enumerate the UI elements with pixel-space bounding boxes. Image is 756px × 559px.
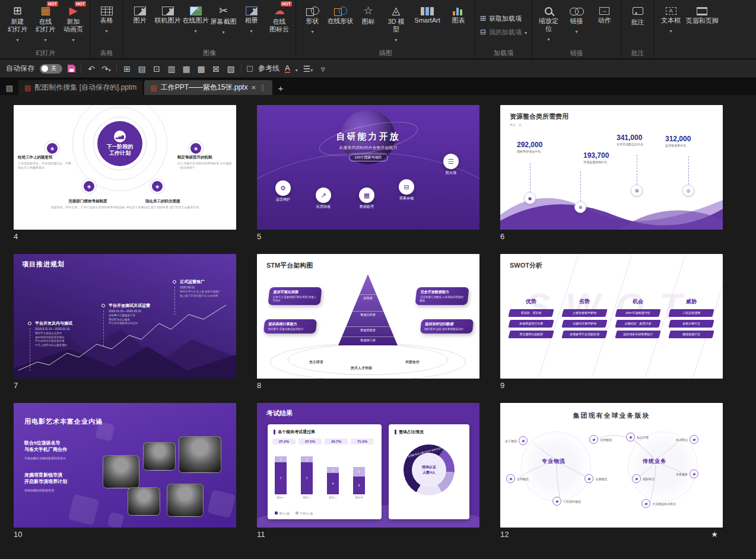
box-title: 提供高维计算能力 — [268, 322, 313, 327]
icon-cloud-button[interactable]: HOT ☁ 在线 图标云 — [265, 2, 293, 33]
grid-view-icon[interactable]: ▦ — [182, 64, 191, 74]
action-button[interactable]: → 动作 — [590, 2, 618, 24]
cost-item: 312,000 监控改造类外包 — [665, 135, 722, 147]
new-animation-page-button[interactable]: HOT ▶ 新加 动画页 — [59, 2, 87, 44]
reading-view-icon[interactable]: ▧ — [226, 64, 236, 74]
close-tab-icon[interactable] — [251, 83, 256, 92]
slide-4-thumbnail[interactable]: ▃▅▇ 下一阶段的 工作计划 ◈ ◈ ◈ ◈ 杜绝工作上的随意性 工作流程标准化… — [14, 105, 236, 230]
shapes-button[interactable]: 形状 — [298, 2, 326, 36]
node-icon: ◈ — [589, 435, 598, 444]
node-icon: ◈ — [552, 497, 561, 506]
my-addins-button[interactable]: ⊟ 我的加载项 — [480, 28, 527, 37]
dropdown-caret-icon[interactable] — [296, 63, 298, 74]
capability-node: ⊟ 容量存储 — [393, 179, 420, 201]
slide-10-thumbnail[interactable]: 用电影艺术丰富企业内涵 联合5位顶级名导 与各大手机厂商合作 手机拍摄企业微电影… — [14, 403, 236, 528]
ppt-file-icon: ▤ — [24, 84, 31, 92]
swot-item: 百姓力量不足 — [668, 320, 714, 328]
slide-number: 7 — [14, 381, 18, 390]
plan-item: 杜绝工作上的随意性 工作流程标准化，作业流程规范化，不断优化员工的服务意识 — [18, 155, 72, 170]
online-slides-button[interactable]: HOT ▦ 在线 幻灯片 — [31, 2, 59, 44]
more-tools-icon[interactable]: ▿ — [318, 64, 328, 74]
network-connectors — [500, 403, 723, 528]
chart-button[interactable]: 图表 — [444, 2, 472, 24]
slide-5-thumbnail[interactable]: 自研能力开放 从服务内部到对外全面开放能力 120个国家与地区 ⚙ 运营维护 ↗… — [257, 105, 479, 230]
tab-menu-icon[interactable] — [259, 84, 266, 92]
zoom-position-button[interactable]: 缩放定 位 — [535, 2, 563, 43]
comment-button[interactable]: 批注 — [624, 2, 652, 26]
pct-value: 26.7% — [325, 439, 348, 444]
slide-12-thumbnail[interactable]: 集团现有全球业务版块 专业物流 传统业务 ◈ 化工物流 ◈ 合同物流 ◈ 危运代… — [500, 403, 723, 528]
screenshot-button[interactable]: ✂ 屏幕截图 — [209, 2, 237, 36]
button-label: 获取加载项 — [489, 14, 522, 23]
document-tab-1[interactable]: ▤ 配图制作搜集 [自动保存的].pptm — [18, 80, 142, 95]
slide-7-thumbnail[interactable]: 项目推进规划 平台开发及内与测试 2019.9.11.01—2020.01.31… — [14, 254, 236, 379]
pyramid-layer: 数据分析层 — [338, 311, 398, 316]
cost-label: 安管及消防信息外包 — [617, 142, 673, 146]
get-addins-button[interactable]: ⊞ 获取加载项 — [480, 14, 522, 23]
milestone-line — [174, 287, 175, 315]
fit-slide-icon[interactable]: ⊞ — [122, 64, 132, 74]
slide-number: 6 — [500, 232, 504, 241]
album-button[interactable]: 相册 — [237, 2, 265, 35]
smartart-button[interactable]: SmartArt — [410, 2, 444, 24]
node-label: 多式联运 — [676, 438, 688, 442]
slide-11-thumbnail[interactable]: 考试结果 各个模块考试通过率 27.2% 27.5% 26.7% 71.0% 1… — [257, 403, 479, 528]
autosave-toggle[interactable]: 关 — [40, 64, 62, 74]
chart-mini-icon: ▃▅▇ — [114, 131, 126, 142]
feature-box: 提供高维计算能力 强大算力 高速大数据处理能力 — [263, 319, 317, 334]
swot-item: 北侧汽车噪声影响 — [561, 320, 607, 328]
slide-8-thumbnail[interactable]: STM平台架构图 应用层 数据分析层 数据资源层 数据接入层 提供可视化用插 让… — [257, 254, 479, 379]
textbox-button[interactable]: A 文本框 — [657, 2, 685, 35]
bar-column: 35 模块四 — [353, 450, 365, 499]
document-tab-2-active[interactable]: ▤ 工作PPT——紫色15张.pptx — [144, 80, 272, 95]
card-title: 整体占比情况 — [389, 424, 469, 435]
table-button[interactable]: 表格 — [93, 2, 120, 35]
3d-model-button[interactable]: ◬ 3D 模 型 — [382, 2, 410, 44]
group-label-comments: 批注 — [624, 49, 652, 59]
box-desc: 强大算力 高速大数据处理能力 — [268, 328, 312, 331]
picture-button[interactable]: 图片 — [126, 2, 154, 24]
smartart-icon — [421, 7, 434, 15]
save-icon[interactable] — [68, 65, 75, 72]
layout-view-icon[interactable]: ▤ — [137, 64, 147, 74]
dropdown-caret-icon — [548, 33, 550, 43]
online-shapes-button[interactable]: 在线形状 — [326, 2, 354, 25]
icons-gallery-button[interactable]: ☆ 图标 — [354, 2, 382, 26]
new-slide-button[interactable]: ⊞ 新建 幻灯片 — [4, 2, 31, 44]
item-title: 制定等级晋升的机制 — [177, 155, 232, 160]
new-slide-icon: ⊞ — [13, 4, 22, 18]
dropdown-caret-icon — [222, 26, 224, 36]
new-document-icon[interactable]: ▤ — [2, 81, 17, 95]
gear-icon: ⚙ — [275, 180, 291, 196]
slide-number: 12 — [500, 530, 509, 539]
undo-icon[interactable]: ↶ — [87, 64, 96, 74]
cost-label: 管道疏通清掏外包 — [583, 160, 640, 164]
guides-checkbox[interactable] — [247, 66, 253, 72]
align-menu-icon[interactable]: ☰ — [303, 64, 313, 74]
slide-6-thumbnail[interactable]: 资源整合类所需费用 单位：元 292,000 园林养护绿化外包 193,700 … — [500, 105, 723, 230]
header-footer-button[interactable]: 页眉和页脚 — [685, 2, 719, 25]
online-image-icon — [190, 7, 202, 15]
button-label: 3D 模 型 — [387, 18, 404, 33]
outline-view-icon[interactable]: ▥ — [167, 64, 176, 74]
slide-9-thumbnail[interactable]: SWOT SWOT分析 优势 有高铁、有学校 发展商道在行力量 享交通商日益配套… — [500, 254, 723, 379]
dropdown-caret-icon — [72, 33, 74, 44]
slide-title: 项目推进规划 — [22, 260, 65, 269]
linked-picture-button[interactable]: 联机图片 — [154, 2, 182, 24]
dropdown-caret-icon — [395, 33, 397, 44]
new-tab-button[interactable] — [274, 81, 287, 95]
slide-sorter-icon[interactable]: ⊠ — [211, 64, 221, 74]
redo-icon[interactable]: ↷ — [101, 64, 111, 74]
dropdown-caret-icon — [44, 33, 46, 44]
normal-view-icon[interactable]: ⊡ — [152, 64, 161, 74]
milestone: 正式运营推广 2020.06.01 6月1日平台正式上线 对外运营推广 线上线下… — [173, 279, 232, 298]
speed-icon: ↗ — [316, 188, 331, 203]
notes-view-icon[interactable]: ▩ — [196, 64, 206, 74]
hyperlink-button[interactable]: 链接 — [563, 2, 590, 36]
bar-label: 模块三 — [327, 496, 339, 499]
tab-title: 配图制作搜集 [自动保存的].pptm — [34, 82, 136, 93]
wave-node-icon: ⊕ — [574, 201, 586, 213]
font-color-icon[interactable]: A — [285, 64, 290, 73]
swot-column: 劣势 主要铁路噪声影响 北侧汽车噪声影响 发展被受不息及配区域 — [561, 298, 608, 341]
online-image-button[interactable]: 在线图片 — [182, 2, 209, 35]
